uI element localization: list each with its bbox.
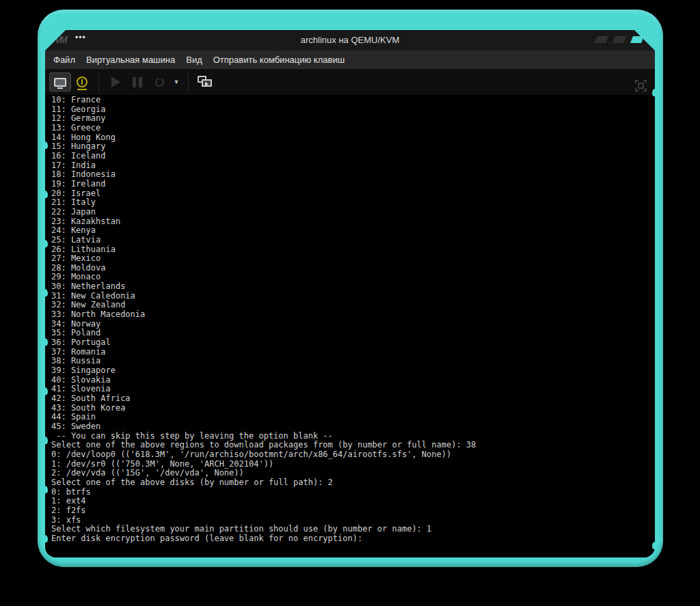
titlebar[interactable]: VM ••• archlinux на QEMU/KVM bbox=[45, 30, 655, 51]
menu-item-2[interactable]: Виртуальная машина bbox=[81, 52, 180, 68]
terminal-line: 11: Georgia bbox=[51, 105, 655, 115]
terminal-line: 42: South Africa bbox=[51, 394, 655, 404]
pause-icon bbox=[133, 77, 142, 87]
terminal-line: 12: Germany bbox=[51, 114, 655, 124]
terminal-line: 31: New Caledonia bbox=[51, 292, 655, 301]
terminal-line: 24: Kenya bbox=[51, 226, 655, 236]
terminal-line: 44: Spain bbox=[51, 413, 655, 422]
guest-console-viewport[interactable]: 10: France11: Georgia12: Germany13: Gree… bbox=[45, 95, 655, 557]
hardware-details-button[interactable] bbox=[71, 72, 93, 92]
toolbar-separator bbox=[188, 73, 189, 91]
terminal-line: 2: /dev/vda (('15G', '/dev/vda', None)) bbox=[51, 469, 655, 478]
terminal-line: 19: Ireland bbox=[51, 180, 655, 189]
terminal-line: Select one of the above regions to downl… bbox=[51, 441, 655, 450]
terminal-line: 36: Portugal bbox=[51, 338, 655, 348]
terminal-line: 18: Indonesia bbox=[51, 170, 655, 180]
terminal-line: 45: Sweden bbox=[51, 422, 655, 432]
terminal-line: Select one of the above disks (by number… bbox=[51, 478, 655, 488]
terminal-line: 0: /dev/loop0 (('618.3M', '/run/archiso/… bbox=[51, 450, 655, 460]
chevron-down-icon: ▼ bbox=[174, 79, 180, 85]
lightbulb-details-icon bbox=[77, 77, 88, 87]
terminal-line: Select which filesystem your main partit… bbox=[51, 525, 655, 534]
run-vm-button[interactable] bbox=[105, 72, 126, 92]
power-icon bbox=[155, 78, 164, 87]
console-view-button[interactable] bbox=[49, 72, 71, 92]
terminal-line: 30: Netherlands bbox=[51, 282, 655, 292]
terminal-line: 10: France bbox=[51, 96, 655, 105]
maximize-button[interactable] bbox=[612, 36, 626, 43]
terminal-line: Enter disk encryption password (leave bl… bbox=[51, 534, 655, 544]
terminal-line: 22: Japan bbox=[51, 208, 655, 217]
console-monitor-icon bbox=[54, 78, 66, 87]
terminal-line: 16: Iceland bbox=[51, 152, 655, 161]
frame-tick-icon bbox=[651, 541, 658, 549]
shutdown-menu-button[interactable]: ▼ bbox=[170, 72, 183, 92]
menu-item-1[interactable]: Файл bbox=[48, 52, 81, 68]
terminal-line: 0: btrfs bbox=[51, 488, 655, 497]
terminal-line: 26: Lithuania bbox=[51, 245, 655, 255]
pause-vm-button[interactable] bbox=[126, 72, 148, 92]
toolbar: ▼ bbox=[45, 69, 655, 95]
terminal-line: 37: Romania bbox=[51, 348, 655, 357]
device-frame: VM ••• archlinux на QEMU/KVM ФайлВиртуал… bbox=[38, 10, 663, 567]
terminal-line: 17: India bbox=[51, 161, 655, 171]
terminal-line: 40: Slovakia bbox=[51, 376, 655, 385]
fullscreen-icon bbox=[635, 80, 647, 92]
terminal-line: 3: xfs bbox=[51, 516, 655, 525]
terminal-line: 33: North Macedonia bbox=[51, 310, 655, 320]
menu-item-3[interactable]: Вид bbox=[180, 52, 208, 68]
terminal-line: 35: Poland bbox=[51, 329, 655, 338]
terminal-line: 14: Hong Kong bbox=[51, 133, 655, 143]
window-controls bbox=[596, 36, 643, 43]
terminal-line: 28: Moldova bbox=[51, 264, 655, 273]
menu-item-4[interactable]: Отправить комбинацию клавиш bbox=[208, 52, 350, 68]
virt-manager-window: VM ••• archlinux на QEMU/KVM ФайлВиртуал… bbox=[45, 30, 655, 557]
terminal-line: 43: South Korea bbox=[51, 404, 655, 413]
shutdown-vm-button[interactable] bbox=[148, 72, 170, 92]
menu-bar: ФайлВиртуальная машинаВидОтправить комби… bbox=[45, 51, 655, 69]
terminal-line: 2: f2fs bbox=[51, 506, 655, 516]
terminal-line: 25: Latvia bbox=[51, 236, 655, 245]
terminal-line: 38: Russia bbox=[51, 357, 655, 366]
terminal-line: 15: Hungary bbox=[51, 142, 655, 152]
terminal-line: 27: Mexico bbox=[51, 254, 655, 264]
terminal-line: 1: /dev/sr0 (('750.3M', None, 'ARCH_2021… bbox=[51, 460, 655, 469]
terminal-line: 39: Singapore bbox=[51, 366, 655, 376]
frame-tick-icon bbox=[651, 88, 658, 96]
terminal-line: 21: Italy bbox=[51, 198, 655, 208]
terminal-line: 13: Greece bbox=[51, 124, 655, 133]
play-icon bbox=[111, 77, 120, 87]
window-title: archlinux на QEMU/KVM bbox=[45, 35, 655, 45]
fullscreen-button[interactable] bbox=[625, 76, 647, 95]
terminal-line: 41: Slovenia bbox=[51, 385, 655, 394]
terminal-line: 23: Kazakhstan bbox=[51, 217, 655, 227]
minimize-button[interactable] bbox=[595, 36, 608, 43]
terminal-line: 1: ext4 bbox=[51, 497, 655, 506]
terminal-line: 29: Monaco bbox=[51, 273, 655, 282]
desktop-background: VM ••• archlinux на QEMU/KVM ФайлВиртуал… bbox=[0, 0, 700, 606]
virtual-displays-button[interactable] bbox=[194, 72, 216, 92]
toolbar-separator bbox=[98, 73, 99, 91]
terminal-line: 32: New Zealand bbox=[51, 301, 655, 310]
terminal-line: -- You can skip this step by leaving the… bbox=[51, 432, 655, 441]
terminal-line: 20: Israel bbox=[51, 189, 655, 199]
terminal-line: 34: Norway bbox=[51, 320, 655, 329]
displays-icon bbox=[198, 76, 213, 88]
